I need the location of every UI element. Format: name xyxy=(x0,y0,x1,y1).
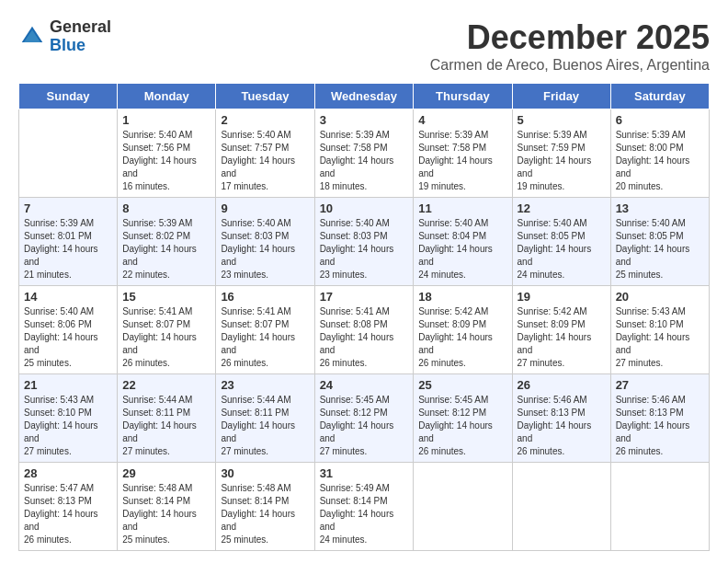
calendar-cell: 13 Sunrise: 5:40 AMSunset: 8:05 PMDaylig… xyxy=(610,198,709,286)
logo-general: General xyxy=(50,18,111,37)
day-number: 19 xyxy=(518,290,606,304)
day-header-friday: Friday xyxy=(512,84,610,109)
cell-info: Sunrise: 5:40 AMSunset: 7:57 PMDaylight:… xyxy=(221,130,295,191)
calendar-cell: 15 Sunrise: 5:41 AMSunset: 8:07 PMDaylig… xyxy=(118,286,216,374)
calendar-cell: 23 Sunrise: 5:44 AMSunset: 8:11 PMDaylig… xyxy=(216,374,314,463)
calendar-cell: 24 Sunrise: 5:45 AMSunset: 8:12 PMDaylig… xyxy=(314,374,414,463)
cell-info: Sunrise: 5:45 AMSunset: 8:12 PMDaylight:… xyxy=(320,395,394,456)
cell-info: Sunrise: 5:45 AMSunset: 8:12 PMDaylight:… xyxy=(418,395,493,456)
day-number: 5 xyxy=(518,113,606,127)
page-header: General Blue December 2025 Carmen de Are… xyxy=(18,18,710,74)
day-number: 8 xyxy=(122,201,210,215)
day-number: 29 xyxy=(122,466,210,480)
day-number: 17 xyxy=(320,290,409,304)
cell-info: Sunrise: 5:42 AMSunset: 8:09 PMDaylight:… xyxy=(518,306,592,368)
calendar-cell: 22 Sunrise: 5:44 AMSunset: 8:11 PMDaylig… xyxy=(118,374,216,463)
calendar-cell xyxy=(414,463,512,551)
calendar-cell: 25 Sunrise: 5:45 AMSunset: 8:12 PMDaylig… xyxy=(414,374,512,463)
cell-info: Sunrise: 5:47 AMSunset: 8:13 PMDaylight:… xyxy=(24,483,98,545)
calendar-cell: 27 Sunrise: 5:46 AMSunset: 8:13 PMDaylig… xyxy=(610,374,709,463)
day-number: 30 xyxy=(221,466,309,480)
day-number: 21 xyxy=(24,378,112,392)
cell-info: Sunrise: 5:46 AMSunset: 8:13 PMDaylight:… xyxy=(616,395,690,456)
day-number: 31 xyxy=(320,466,409,480)
cell-info: Sunrise: 5:41 AMSunset: 8:07 PMDaylight:… xyxy=(221,306,295,368)
day-number: 11 xyxy=(418,201,506,215)
calendar-cell: 28 Sunrise: 5:47 AMSunset: 8:13 PMDaylig… xyxy=(19,463,118,551)
calendar-cell: 30 Sunrise: 5:48 AMSunset: 8:14 PMDaylig… xyxy=(216,463,314,551)
day-header-thursday: Thursday xyxy=(414,84,512,109)
calendar-week-row: 1 Sunrise: 5:40 AMSunset: 7:56 PMDayligh… xyxy=(19,109,710,198)
calendar-cell: 16 Sunrise: 5:41 AMSunset: 8:07 PMDaylig… xyxy=(216,286,314,374)
cell-info: Sunrise: 5:48 AMSunset: 8:14 PMDaylight:… xyxy=(122,483,197,545)
calendar-cell: 10 Sunrise: 5:40 AMSunset: 8:03 PMDaylig… xyxy=(314,198,414,286)
day-number: 20 xyxy=(616,290,704,304)
calendar-cell xyxy=(512,463,610,551)
calendar-header-row: SundayMondayTuesdayWednesdayThursdayFrid… xyxy=(19,84,710,109)
cell-info: Sunrise: 5:40 AMSunset: 8:06 PMDaylight:… xyxy=(24,306,98,368)
calendar-cell: 17 Sunrise: 5:41 AMSunset: 8:08 PMDaylig… xyxy=(314,286,414,374)
calendar-cell: 1 Sunrise: 5:40 AMSunset: 7:56 PMDayligh… xyxy=(118,109,216,198)
day-number: 18 xyxy=(418,290,506,304)
day-number: 24 xyxy=(320,378,409,392)
day-number: 16 xyxy=(221,290,309,304)
logo: General Blue xyxy=(18,18,111,55)
day-number: 4 xyxy=(418,113,506,127)
day-number: 3 xyxy=(320,113,409,127)
day-number: 2 xyxy=(221,113,309,127)
day-number: 28 xyxy=(24,466,112,480)
calendar-cell xyxy=(610,463,709,551)
day-header-saturday: Saturday xyxy=(610,84,709,109)
cell-info: Sunrise: 5:41 AMSunset: 8:08 PMDaylight:… xyxy=(320,306,394,368)
day-header-tuesday: Tuesday xyxy=(216,84,314,109)
day-number: 25 xyxy=(418,378,506,392)
calendar-cell: 14 Sunrise: 5:40 AMSunset: 8:06 PMDaylig… xyxy=(19,286,118,374)
calendar-cell: 12 Sunrise: 5:40 AMSunset: 8:05 PMDaylig… xyxy=(512,198,610,286)
calendar-cell: 3 Sunrise: 5:39 AMSunset: 7:58 PMDayligh… xyxy=(314,109,414,198)
cell-info: Sunrise: 5:39 AMSunset: 8:00 PMDaylight:… xyxy=(616,130,690,191)
calendar-cell xyxy=(19,109,118,198)
day-number: 10 xyxy=(320,201,409,215)
cell-info: Sunrise: 5:48 AMSunset: 8:14 PMDaylight:… xyxy=(221,483,295,545)
day-number: 15 xyxy=(122,290,210,304)
cell-info: Sunrise: 5:44 AMSunset: 8:11 PMDaylight:… xyxy=(221,395,295,456)
day-number: 14 xyxy=(24,290,112,304)
calendar-week-row: 21 Sunrise: 5:43 AMSunset: 8:10 PMDaylig… xyxy=(19,374,710,463)
cell-info: Sunrise: 5:40 AMSunset: 8:05 PMDaylight:… xyxy=(616,218,690,280)
calendar-cell: 21 Sunrise: 5:43 AMSunset: 8:10 PMDaylig… xyxy=(19,374,118,463)
logo-icon xyxy=(18,23,46,51)
title-section: December 2025 Carmen de Areco, Buenos Ai… xyxy=(430,18,710,74)
calendar-cell: 26 Sunrise: 5:46 AMSunset: 8:13 PMDaylig… xyxy=(512,374,610,463)
cell-info: Sunrise: 5:39 AMSunset: 7:58 PMDaylight:… xyxy=(418,130,493,191)
logo-text: General Blue xyxy=(50,18,111,55)
cell-info: Sunrise: 5:43 AMSunset: 8:10 PMDaylight:… xyxy=(616,306,690,368)
cell-info: Sunrise: 5:42 AMSunset: 8:09 PMDaylight:… xyxy=(418,306,493,368)
day-number: 12 xyxy=(518,201,606,215)
calendar-week-row: 14 Sunrise: 5:40 AMSunset: 8:06 PMDaylig… xyxy=(19,286,710,374)
day-header-wednesday: Wednesday xyxy=(314,84,414,109)
calendar-cell: 20 Sunrise: 5:43 AMSunset: 8:10 PMDaylig… xyxy=(610,286,709,374)
day-number: 13 xyxy=(616,201,704,215)
cell-info: Sunrise: 5:46 AMSunset: 8:13 PMDaylight:… xyxy=(518,395,592,456)
calendar-cell: 6 Sunrise: 5:39 AMSunset: 8:00 PMDayligh… xyxy=(610,109,709,198)
cell-info: Sunrise: 5:44 AMSunset: 8:11 PMDaylight:… xyxy=(122,395,197,456)
calendar-table: SundayMondayTuesdayWednesdayThursdayFrid… xyxy=(18,83,710,551)
cell-info: Sunrise: 5:39 AMSunset: 8:02 PMDaylight:… xyxy=(122,218,197,280)
cell-info: Sunrise: 5:41 AMSunset: 8:07 PMDaylight:… xyxy=(122,306,197,368)
calendar-cell: 7 Sunrise: 5:39 AMSunset: 8:01 PMDayligh… xyxy=(19,198,118,286)
calendar-cell: 9 Sunrise: 5:40 AMSunset: 8:03 PMDayligh… xyxy=(216,198,314,286)
calendar-cell: 29 Sunrise: 5:48 AMSunset: 8:14 PMDaylig… xyxy=(118,463,216,551)
location-subtitle: Carmen de Areco, Buenos Aires, Argentina xyxy=(430,57,710,74)
day-number: 22 xyxy=(122,378,210,392)
calendar-week-row: 7 Sunrise: 5:39 AMSunset: 8:01 PMDayligh… xyxy=(19,198,710,286)
calendar-cell: 2 Sunrise: 5:40 AMSunset: 7:57 PMDayligh… xyxy=(216,109,314,198)
calendar-cell: 11 Sunrise: 5:40 AMSunset: 8:04 PMDaylig… xyxy=(414,198,512,286)
day-number: 6 xyxy=(616,113,704,127)
day-number: 1 xyxy=(122,113,210,127)
cell-info: Sunrise: 5:40 AMSunset: 8:03 PMDaylight:… xyxy=(221,218,295,280)
day-number: 26 xyxy=(518,378,606,392)
day-number: 23 xyxy=(221,378,309,392)
calendar-cell: 5 Sunrise: 5:39 AMSunset: 7:59 PMDayligh… xyxy=(512,109,610,198)
day-number: 27 xyxy=(616,378,704,392)
cell-info: Sunrise: 5:40 AMSunset: 7:56 PMDaylight:… xyxy=(122,130,197,191)
